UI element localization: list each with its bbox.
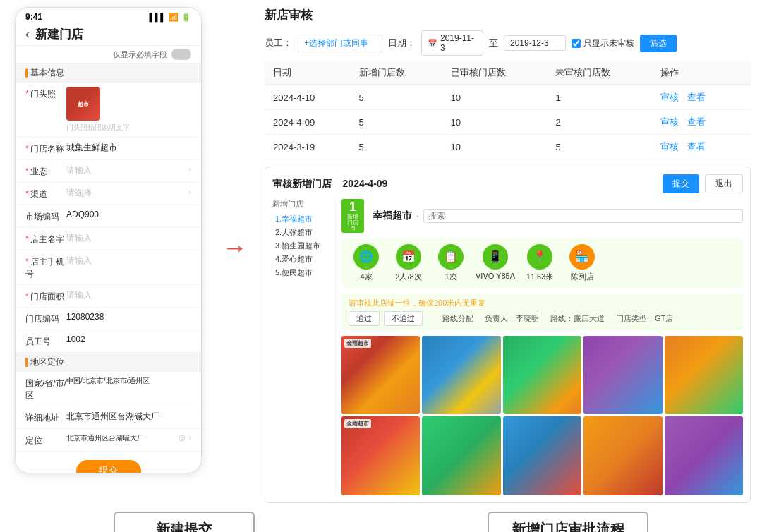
review-action-link[interactable]: 审核 [660,141,679,152]
stat-store-type-value: 陈列店 [571,272,594,282]
status-time: 9:41 [25,12,42,22]
approval-note: 请审核此店铺一性，确保200米内无重复 [349,298,736,308]
stat-times: 📋 1次 [433,244,468,282]
store-photo-7 [422,416,500,495]
owner-name-label: 店主名字 [25,232,66,246]
detail-body: 新增门店 1.幸福超市 2.大张超市 3.怡生园超市 4.爱心超市 5.便民超市… [272,199,743,495]
biz-type-input[interactable]: 请输入 [66,164,186,176]
owner-phone-label: 店主手机号 [25,255,66,280]
approval-info: 通过 不通过 路线分配 负责人：李晓明 路线：廉庄大道 门店类型：GT店 [349,311,736,326]
photo-cell[interactable]: 金雨超市 [341,416,420,495]
store-photo-8 [503,416,581,495]
biz-type-chevron: › [188,164,191,174]
list-item[interactable]: 2.大张超市 [272,226,331,239]
store-photo-9 [583,416,662,495]
row-date: 2024-4-09 [265,110,351,135]
channel-row: 渠道 请选择 › [16,183,201,205]
list-item[interactable]: 1.幸福超市 [272,212,331,226]
distance-icon: 📍 [527,244,552,270]
view-action-link[interactable]: 查看 [687,141,706,152]
pass-button[interactable]: 通过 [349,311,380,326]
detail-submit-button[interactable]: 提交 [663,174,699,193]
address-row: 详细地址 北京市通州区台湖碱大厂 [16,406,201,429]
new-store-badge: 1 新增 门店 /5 [341,199,364,233]
store-photo[interactable]: 超市 [66,87,100,121]
row-pending: 5 [547,135,652,159]
store-name-value: 城集生鲜超市 [66,142,191,154]
back-button[interactable]: ‹ [25,27,30,42]
stat-visits: 🌐 4家 [349,244,384,282]
responsible-person: 负责人：李晓明 [485,313,539,324]
pending-only-checkbox[interactable] [572,39,581,48]
table-row: 2024-3-19 5 10 5 审核 查看 [265,135,751,159]
photo-cell[interactable] [503,416,581,495]
review-panel: 新店审核 员工： +选择部门或同事 日期： 📅 2019-11-3 至 2019… [265,7,751,503]
market-code-value: ADQ900 [66,210,191,219]
photo-row: 门头照 超市 门头照拍照说明文字 [16,83,201,138]
owner-name-input[interactable]: 请输入 [66,232,191,244]
stat-store-type: 🏪 陈列店 [564,244,600,282]
stat-times-value: 1次 [445,272,456,282]
view-action-link[interactable]: 查看 [687,116,706,127]
store-code-value: 12080238 [66,312,191,322]
store-photo-3 [503,336,581,414]
photo-cell[interactable] [422,336,500,414]
detail-header-btns: 提交 退出 [663,174,743,193]
row-reviewed: 10 [442,110,548,135]
toggle-row: 仅显示必填字段 [16,46,201,64]
phone-nav: ‹ 新建门店 [16,23,201,46]
people-icon: 📅 [396,244,421,270]
photo-cell[interactable] [503,336,581,414]
table-row: 2024-4-10 5 10 1 审核 查看 [265,85,751,110]
photo-cell[interactable] [583,416,662,495]
route-label: 路线分配 [442,313,473,324]
biz-type-row: 业态 请输入 › [16,160,201,183]
store-photo-5 [665,336,743,414]
col-actions: 操作 [652,61,751,85]
date-from-input[interactable]: 📅 2019-11-3 [421,30,483,56]
phone-panel: 9:41 ▌▌▌ 📶 🔋 ‹ 新建门店 仅显示必填字段 [11,7,205,503]
list-item[interactable]: 5.便民超市 [272,266,331,279]
staff-filter-label: 员工： [265,37,292,49]
row-actions: 审核 查看 [652,85,751,110]
review-action-link[interactable]: 审核 [660,116,679,127]
location-value: 北京市通州区台湖碱大厂 [66,433,179,443]
submit-button[interactable]: 提交 [76,460,141,473]
row-reviewed: 10 [442,135,548,159]
brand-overlay: 金雨超市 [344,339,371,348]
detail-exit-button[interactable]: 退出 [705,174,743,193]
required-only-toggle[interactable] [171,49,191,60]
owner-phone-input[interactable]: 请输入 [66,255,191,267]
photo-grid: 金雨超市 [341,336,743,495]
row-date: 2024-4-10 [265,85,351,110]
date-filter-label: 日期： [388,37,416,49]
filter-button[interactable]: 筛选 [640,35,677,52]
date-to-input[interactable]: 2019-12-3 [504,35,566,51]
photo-cell[interactable] [665,336,743,414]
store-search-input[interactable] [423,209,743,223]
fail-button[interactable]: 不通过 [384,311,423,326]
store-list: 新增门店 1.幸福超市 2.大张超市 3.怡生园超市 4.爱心超市 5.便民超市 [272,199,336,495]
channel-input[interactable]: 请选择 [66,187,186,199]
col-new: 新增门店数 [351,61,442,85]
store-code-row: 门店编码 12080238 [16,308,201,330]
row-new: 5 [351,110,442,135]
list-item[interactable]: 3.怡生园超市 [272,239,331,253]
photo-cell[interactable] [583,336,662,414]
photo-cell[interactable] [422,416,500,495]
employee-id-row: 员工号 1002 [16,330,201,353]
review-title: 新店审核 [265,7,751,23]
list-item[interactable]: 4.爱心超市 [272,253,331,266]
region-label: 国家/省/市/区 [25,376,66,401]
page-title: 新建门店 [35,26,83,42]
owner-phone-row: 店主手机号 请输入 [16,250,201,285]
photo-cell[interactable] [665,416,743,495]
staff-filter-input[interactable]: +选择部门或同事 [298,35,382,52]
photo-cell[interactable]: 金雨超市 [341,336,420,414]
store-name-row: 1 新增 门店 /5 幸福超市 · [341,199,743,233]
store-name-label: 门店名称 [25,142,66,155]
view-action-link[interactable]: 查看 [687,92,706,102]
review-action-link[interactable]: 审核 [660,92,679,102]
store-area-input[interactable]: 请输入 [66,289,191,301]
store-area-row: 门店面积 请输入 [16,285,201,308]
